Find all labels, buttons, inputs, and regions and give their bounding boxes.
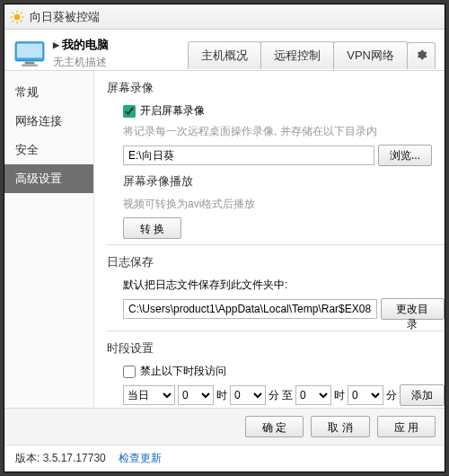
forbid-checkbox[interactable]: 禁止以下时段访问 (123, 364, 445, 379)
day-select[interactable]: 当日 (123, 385, 175, 405)
header: ▶ 我的电脑 无主机描述 主机概况 远程控制 VPN网络 (4, 30, 445, 70)
log-hint: 默认把日志文件保存到此文件夹中: (123, 278, 445, 293)
triangle-icon: ▶ (53, 40, 59, 49)
forbid-input[interactable] (123, 366, 136, 378)
monitor-icon (13, 40, 46, 67)
tab-settings[interactable] (407, 42, 436, 69)
log-title: 日志保存 (107, 254, 445, 270)
gear-icon (415, 48, 427, 61)
enable-recording-input[interactable] (123, 105, 136, 118)
ok-button[interactable]: 确 定 (245, 416, 304, 437)
window-title: 向日葵被控端 (30, 9, 100, 25)
body: 常规 网络连接 安全 高级设置 屏幕录像 开启屏幕录像 将记录每一次远程桌面操作… (4, 70, 445, 408)
svg-line-8 (21, 12, 22, 13)
add-time-button[interactable]: 添加 (400, 384, 445, 406)
recording-hint: 将记录每一次远程桌面操作录像, 并存储在以下目录内 (123, 124, 445, 139)
min-label-2: 分 (386, 388, 397, 403)
log-path-input[interactable] (123, 299, 377, 319)
pc-name[interactable]: ▶ 我的电脑 (53, 37, 143, 53)
playback-hint: 视频可转换为avi格式后播放 (123, 197, 445, 212)
min-to-select[interactable]: 0 (348, 385, 383, 405)
sidebar-item-general[interactable]: 常规 (4, 78, 93, 107)
pc-name-text: 我的电脑 (62, 37, 109, 53)
svg-line-7 (13, 21, 13, 22)
playback-title: 屏幕录像播放 (123, 173, 445, 190)
app-icon (10, 10, 24, 24)
version-text: 版本: 3.5.17.17730 (15, 451, 106, 466)
tab-overview[interactable]: 主机概况 (188, 41, 261, 69)
svg-line-5 (13, 12, 13, 13)
svg-point-0 (14, 13, 21, 20)
min-from-select[interactable]: 0 (230, 385, 266, 405)
recording-title: 屏幕录像 (107, 80, 445, 96)
section-time: 时段设置 禁止以下时段访问 当日 0 时 0 分 至 0 时 (107, 331, 445, 408)
enable-recording-checkbox[interactable]: 开启屏幕录像 (123, 103, 445, 119)
svg-rect-11 (25, 61, 35, 64)
hour-from-select[interactable]: 0 (178, 385, 214, 405)
hour-label-2: 时 (334, 388, 345, 403)
window: 向日葵被控端 ▶ 我的电脑 无主机描述 主机概况 远程控制 VPN网络 常规 网… (4, 4, 445, 472)
svg-rect-10 (17, 43, 42, 57)
dialog-buttons: 确 定 取 消 应 用 (4, 408, 445, 445)
sidebar-item-network[interactable]: 网络连接 (4, 107, 93, 136)
enable-recording-label: 开启屏幕录像 (140, 103, 205, 119)
tab-vpn[interactable]: VPN网络 (333, 41, 408, 69)
apply-button[interactable]: 应 用 (377, 416, 436, 437)
browse-button[interactable]: 浏览... (378, 145, 432, 166)
content: 屏幕录像 开启屏幕录像 将记录每一次远程桌面操作录像, 并存储在以下目录内 浏览… (94, 71, 445, 408)
svg-line-6 (21, 21, 22, 22)
sidebar-item-advanced[interactable]: 高级设置 (4, 164, 93, 193)
recording-path-input[interactable] (123, 145, 374, 165)
min-label-1: 分 (269, 388, 279, 403)
sidebar: 常规 网络连接 安全 高级设置 (4, 71, 94, 408)
check-update-link[interactable]: 检查更新 (119, 451, 162, 466)
time-range-row: 当日 0 时 0 分 至 0 时 0 分 添加 (123, 384, 445, 406)
cancel-button[interactable]: 取 消 (311, 416, 369, 437)
titlebar: 向日葵被控端 (4, 4, 445, 30)
change-dir-button[interactable]: 更改目录 (381, 298, 445, 320)
host-desc: 无主机描述 (53, 55, 143, 70)
svg-rect-12 (22, 64, 38, 66)
hour-to-select[interactable]: 0 (295, 385, 331, 405)
tab-remote[interactable]: 远程控制 (260, 41, 334, 69)
forbid-label: 禁止以下时段访问 (140, 364, 226, 379)
hour-label-1: 时 (216, 388, 227, 403)
section-log: 日志保存 默认把日志文件保存到此文件夹中: 更改目录 (107, 244, 445, 331)
section-recording: 屏幕录像 开启屏幕录像 将记录每一次远程桌面操作录像, 并存储在以下目录内 浏览… (107, 80, 445, 244)
statusbar: 版本: 3.5.17.17730 检查更新 (4, 445, 445, 472)
convert-button[interactable]: 转 换 (123, 217, 181, 239)
time-title: 时段设置 (107, 340, 445, 357)
sidebar-item-security[interactable]: 安全 (4, 136, 93, 164)
to-label: 至 (282, 388, 293, 403)
top-tabs: 主机概况 远程控制 VPN网络 (189, 39, 436, 69)
